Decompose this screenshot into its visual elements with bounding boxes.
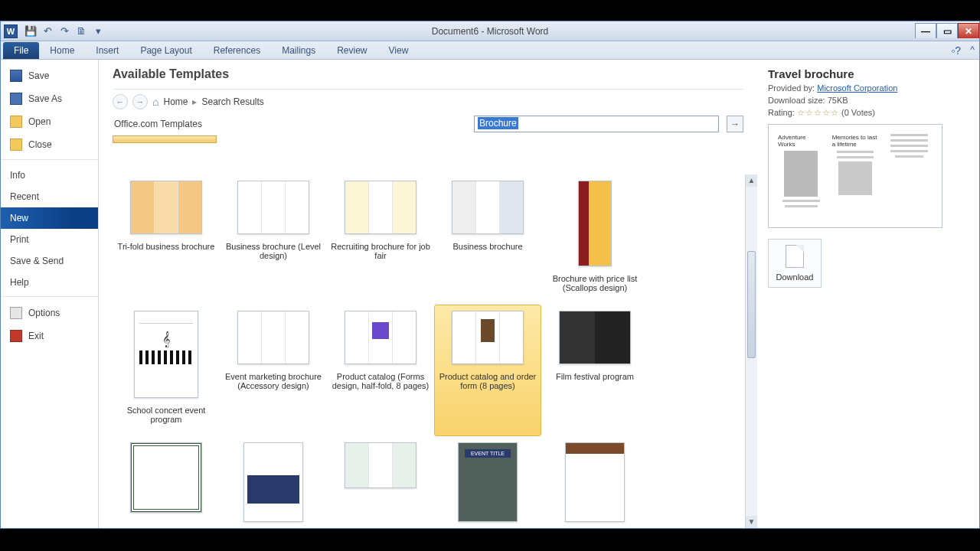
exit-icon <box>10 330 22 342</box>
template-preview-pane: Travel brochure Provided by: Microsoft C… <box>757 60 979 528</box>
save-icon <box>10 70 22 82</box>
templates-grid: Tri-fold business brochureBusiness broch… <box>113 174 757 528</box>
template-item[interactable]: Recruiting brochure for job fair <box>327 174 434 305</box>
nav-back-button[interactable]: ← <box>113 94 128 109</box>
sidebar-item-new[interactable]: New <box>1 207 98 229</box>
ribbon-collapse-icon[interactable]: ^ <box>970 44 975 55</box>
template-item[interactable]: Event marketing brochure (Accessory desi… <box>220 305 327 436</box>
options-icon <box>10 307 22 319</box>
template-label: Business brochure (Level design) <box>223 242 324 260</box>
backstage-sidebar: Save Save As Open Close Info Recent New … <box>1 60 99 528</box>
nav-forward-button[interactable]: → <box>132 94 148 109</box>
minimize-button[interactable]: — <box>915 23 936 38</box>
ribbon-tab-review[interactable]: Review <box>326 42 377 59</box>
ribbon-tab-pagelayout[interactable]: Page Layout <box>129 42 202 59</box>
qat-newdoc-icon[interactable]: 🗎 <box>74 24 88 38</box>
template-item[interactable]: Tri-fold business brochure <box>113 174 220 305</box>
sidebar-item-open[interactable]: Open <box>1 110 98 133</box>
search-go-button[interactable]: → <box>727 116 743 132</box>
rating-votes: (0 Votes) <box>841 108 875 117</box>
sidebar-item-label: New <box>10 213 28 223</box>
template-thumbnail <box>130 181 202 234</box>
help-icon[interactable]: ◦? <box>951 44 961 57</box>
qat-save-icon[interactable]: 💾 <box>24 24 38 38</box>
template-item[interactable]: Film festival program <box>541 305 648 436</box>
template-item[interactable]: Business brochure (Level design) <box>220 174 327 305</box>
ribbon-tab-view[interactable]: View <box>378 42 420 59</box>
download-size-value: 75KB <box>828 96 848 105</box>
provided-by-link[interactable]: Microsoft Corporation <box>817 83 897 93</box>
template-label: Tri-fold business brochure <box>118 242 215 251</box>
template-label: Business brochure <box>452 242 522 251</box>
titlebar: W 💾 ↶ ↷ 🗎 ▾ Document6 - Microsoft Word —… <box>1 21 979 41</box>
sidebar-item-recent[interactable]: Recent <box>1 186 98 207</box>
template-search-input[interactable]: Brochure <box>474 116 719 132</box>
sidebar-item-print[interactable]: Print <box>1 229 98 250</box>
template-item[interactable]: 𝄞School concert event program <box>113 305 220 436</box>
template-thumbnail <box>578 181 612 266</box>
file-tab[interactable]: File <box>3 42 39 59</box>
template-item[interactable] <box>113 436 220 528</box>
template-label: Brochure with price list (Scallops desig… <box>544 274 645 292</box>
word-window: W 💾 ↶ ↷ 🗎 ▾ Document6 - Microsoft Word —… <box>0 21 980 529</box>
sidebar-item-help[interactable]: Help <box>1 272 98 293</box>
download-button[interactable]: Download <box>768 239 822 288</box>
qat-undo-icon[interactable]: ↶ <box>41 24 54 38</box>
sidebar-item-saveas[interactable]: Save As <box>1 87 98 110</box>
rating-label: Rating: <box>768 108 795 117</box>
template-thumbnail <box>130 442 202 513</box>
qat-customize-icon[interactable]: ▾ <box>91 24 105 38</box>
scroll-down-icon[interactable]: ▼ <box>746 516 757 528</box>
rating-stars-icon: ☆☆☆☆☆ <box>797 108 839 117</box>
sidebar-item-save[interactable]: Save <box>1 64 98 87</box>
document-icon <box>786 245 804 268</box>
qat-redo-icon[interactable]: ↷ <box>57 24 71 38</box>
window-title: Document6 - Microsoft Word <box>1 26 979 37</box>
template-item[interactable]: Product catalog (Forms design, half-fold… <box>327 305 434 436</box>
search-value: Brochure <box>478 117 518 129</box>
template-item[interactable] <box>220 436 327 528</box>
close-button[interactable]: ✕ <box>958 23 979 38</box>
breadcrumb-home[interactable]: Home <box>163 96 188 107</box>
template-item[interactable]: Brochure with price list (Scallops desig… <box>541 174 648 305</box>
home-icon[interactable]: ⌂ <box>152 96 158 108</box>
preview-thumbnail: Adventure Works Memories to last a lifet… <box>768 124 942 228</box>
template-item[interactable]: EVENT TITLE <box>434 436 541 528</box>
sidebar-item-info[interactable]: Info <box>1 165 98 186</box>
sidebar-item-options[interactable]: Options <box>1 302 98 324</box>
template-label: Film festival program <box>556 372 634 381</box>
ribbon-tab-mailings[interactable]: Mailings <box>271 42 326 59</box>
template-thumbnail <box>345 181 416 234</box>
template-label: Event marketing brochure (Accessory desi… <box>223 372 324 390</box>
sidebar-item-label: Save <box>28 70 49 81</box>
template-item[interactable]: Business brochure <box>434 174 541 305</box>
download-size-label: Download size: <box>768 96 825 105</box>
sidebar-item-label: Exit <box>28 331 44 341</box>
template-thumbnail <box>565 442 625 522</box>
word-app-icon: W <box>4 24 18 38</box>
scroll-thumb[interactable] <box>747 251 756 358</box>
sidebar-item-label: Help <box>10 277 29 288</box>
sidebar-item-close[interactable]: Close <box>1 133 98 156</box>
template-thumbnail: 𝄞 <box>134 311 198 398</box>
sidebar-item-savesend[interactable]: Save & Send <box>1 250 98 272</box>
ribbon-tab-home[interactable]: Home <box>39 42 85 59</box>
template-thumbnail <box>452 181 524 234</box>
templates-scrollbar[interactable]: ▲ ▼ <box>745 174 757 528</box>
template-item[interactable] <box>541 436 648 528</box>
template-category-bar <box>113 135 217 143</box>
scroll-up-icon[interactable]: ▲ <box>746 174 757 187</box>
preview-thumb-h1: Adventure Works <box>778 134 825 148</box>
quick-access-toolbar: 💾 ↶ ↷ 🗎 ▾ <box>24 24 105 38</box>
maximize-button[interactable]: ▭ <box>936 23 958 38</box>
ribbon-tab-insert[interactable]: Insert <box>85 42 129 59</box>
template-item[interactable] <box>327 436 434 528</box>
template-item[interactable]: Product catalog and order form (8 pages) <box>434 305 541 436</box>
sidebar-item-label: Save & Send <box>10 256 64 266</box>
available-templates-heading: Available Templates <box>113 67 743 81</box>
sidebar-item-label: Save As <box>28 93 62 104</box>
sidebar-item-label: Options <box>28 308 60 318</box>
ribbon-tab-references[interactable]: References <box>203 42 271 59</box>
sidebar-item-exit[interactable]: Exit <box>1 324 98 347</box>
download-label: Download <box>776 272 814 282</box>
